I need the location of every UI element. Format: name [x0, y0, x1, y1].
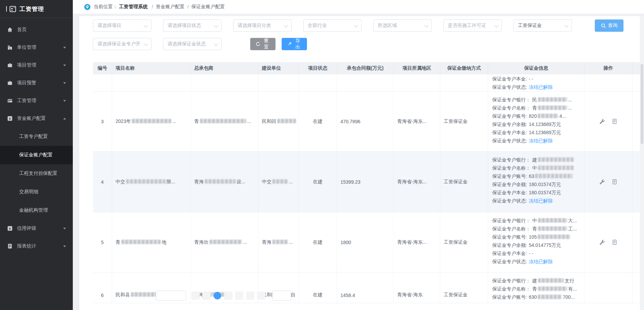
edit-wrench-button[interactable] — [599, 118, 605, 124]
table-row: 5青地青海欣...青海...在建1800青海省-海东...工资保证金保证金专户银… — [93, 212, 644, 272]
filter-deposit-status[interactable]: 请选择保证金状态 — [163, 38, 222, 50]
cell-region: 青海省-海东... — [394, 212, 440, 272]
deposit-field-label: 保证金专户银行： — [492, 97, 531, 102]
sidebar-item[interactable]: 项目管理 — [0, 56, 73, 74]
page-button[interactable] — [246, 292, 254, 300]
blurred-text — [538, 286, 567, 291]
sidebar-item-label: 项目预警 — [17, 80, 36, 86]
search-button[interactable]: 查询 — [595, 19, 623, 32]
breadcrumb-separator: / — [187, 4, 189, 10]
deposit-field-label: 保证金专户名称： — [492, 226, 531, 231]
blurred-text — [121, 240, 161, 244]
sidebar-item-label: 信用评级 — [17, 225, 36, 231]
sidebar-item[interactable]: 报表统计 — [0, 237, 73, 255]
id-card-icon — [9, 5, 16, 13]
cell-method: 工资保证金 — [440, 272, 488, 303]
filter-deposit-bank[interactable]: 请选择保证金专户开 — [93, 38, 151, 50]
filter-row-2: 请选择保证金专户开请选择保证金状态重置导出 — [93, 38, 644, 50]
filter-area[interactable]: 所选区域 — [373, 19, 432, 32]
submenu: 工资专户配置保证金账户配置工程支付担保配置交易明细金融机构管理 — [0, 127, 73, 220]
sidebar-subitem[interactable]: 保证金账户配置 — [0, 146, 73, 164]
page-button[interactable] — [235, 292, 243, 300]
page-button[interactable] — [224, 292, 232, 300]
deposit-info-line: 保证金专户名称：青... — [492, 104, 580, 112]
sidebar-item-label: 报表统计 — [17, 243, 36, 249]
deposit-field-value: - - — [529, 76, 533, 82]
cell-deposit: 保证金专户银行：民...保证金专户名称：青...保证金专户账号:8204...保… — [488, 91, 585, 151]
active-page-button[interactable] — [214, 292, 221, 299]
deposit-status-link[interactable]: 冻结已解除 — [529, 259, 553, 264]
cell-method: 工资保证金 — [440, 212, 488, 272]
sidebar-subitem[interactable]: 工程支付担保配置 — [0, 164, 73, 183]
redacted-text: 中交限... — [116, 179, 175, 185]
deposit-field-label: 保证金专户名称： — [492, 286, 531, 292]
prev-page-button[interactable] — [191, 292, 200, 300]
deposit-info-line: 保证金专户余额:180.01574万元 — [492, 180, 580, 188]
redacted-text: 青... — [194, 118, 251, 125]
cell-id — [93, 74, 112, 91]
chevron-down-icon — [63, 245, 66, 247]
chevron-down-icon — [63, 65, 66, 66]
deposit-status-link[interactable]: 冻结已解除 — [529, 138, 553, 143]
filter-row-1: 请选择项目请选择项目状态请选择项目分类全部行业所选区域是否有施工许可证工资保证金… — [93, 19, 644, 32]
edit-wrench-button[interactable] — [599, 239, 605, 245]
page-size-select[interactable] — [156, 291, 186, 301]
breadcrumb-item[interactable]: 资金账户配置 — [156, 4, 185, 10]
filter-project[interactable]: 请选择项目 — [93, 19, 151, 32]
cell-amount: 15399.23 — [337, 152, 394, 212]
deposit-status-link[interactable]: 冻结已解除 — [529, 198, 553, 203]
breadcrumb-root[interactable]: 工资管理系统 — [119, 4, 148, 10]
scrollbar-track[interactable] — [640, 16, 644, 310]
deposit-field-label: 保证金专户余额: — [492, 242, 527, 248]
cell-contractor: 青海欣... — [191, 212, 258, 272]
detail-document-button[interactable] — [612, 239, 617, 245]
column-header-id: 编号 — [93, 62, 112, 74]
scrollbar-thumb[interactable] — [641, 64, 643, 144]
redacted-text: 63 — [529, 173, 574, 179]
deposit-field-label: 保证金专户银行： — [492, 157, 531, 163]
blurred-text — [210, 240, 242, 244]
logo-bar — [6, 6, 7, 12]
edit-wrench-button[interactable] — [599, 179, 605, 185]
deposit-info-line: 保证金专户银行：建支行 — [492, 277, 580, 285]
filter-project-status[interactable]: 请选择项目状态 — [163, 19, 222, 32]
detail-document-button[interactable] — [612, 118, 617, 124]
export-arrow-icon — [287, 42, 292, 46]
home-icon — [7, 27, 13, 32]
sidebar-item[interactable]: 首页 — [0, 21, 73, 39]
detail-document-button[interactable] — [612, 179, 617, 185]
cell-deposit: 保证金专户银行：中大...保证金专户名称：青工...保证金专户账号:105保证金… — [488, 212, 585, 272]
cell-status: 在建 — [299, 152, 337, 212]
sidebar-item[interactable]: 工资管理 — [0, 92, 73, 110]
cell-contractor: 青海设... — [191, 152, 258, 212]
page-button[interactable] — [202, 292, 211, 300]
sidebar-item[interactable]: ¥信用评级 — [0, 220, 73, 237]
deposit-field-label: 保证金专户银行： — [492, 278, 531, 283]
sidebar-subitem[interactable]: 金融机构管理 — [0, 201, 73, 220]
filter-project-category[interactable]: 请选择项目分类 — [233, 19, 292, 32]
filter-value: 是否有施工许可证 — [448, 23, 486, 29]
sidebar-item[interactable]: 项目预警 — [0, 74, 73, 92]
filter-construction-permit[interactable]: 是否有施工许可证 — [443, 19, 502, 32]
breadcrumb-item[interactable]: 保证金账户配置 — [191, 4, 225, 10]
cell-deposit: 保证金专户银行：建保证金专户名称：中保证金专户账号:63保证金专户余额:180.… — [488, 152, 585, 212]
sidebar-subitem[interactable]: 交易明细 — [0, 183, 73, 201]
blurred-text — [538, 218, 567, 223]
deposit-status-link[interactable]: 冻结已解除 — [529, 84, 553, 90]
reset-button[interactable]: 重置 — [250, 38, 276, 50]
deposit-info-line: 保证金专户银行：建 — [492, 156, 580, 164]
cell-status: 在建 — [299, 272, 337, 303]
page-jump-input[interactable] — [272, 291, 291, 301]
sidebar-item[interactable]: ¥资金账户配置 — [0, 110, 73, 127]
cell-name: 青地 — [112, 212, 191, 272]
cell-deposit: 保证金专户银行：建支行保证金专户名称：青有...保证金专户账号:630700..… — [488, 272, 585, 303]
deposit-field-value: 14.123689万元 — [529, 122, 561, 127]
sidebar-item[interactable]: 单位管理 — [0, 39, 73, 56]
filter-deposit-type[interactable]: 工资保证金 — [513, 19, 572, 32]
next-page-button[interactable] — [257, 292, 265, 300]
sidebar-subitem[interactable]: 工资专户配置 — [0, 127, 73, 146]
blurred-text — [132, 119, 171, 123]
sidebar-item-label: 资金账户配置 — [17, 115, 46, 122]
export-button[interactable]: 导出 — [282, 38, 307, 50]
filter-industry[interactable]: 全部行业 — [303, 19, 362, 32]
